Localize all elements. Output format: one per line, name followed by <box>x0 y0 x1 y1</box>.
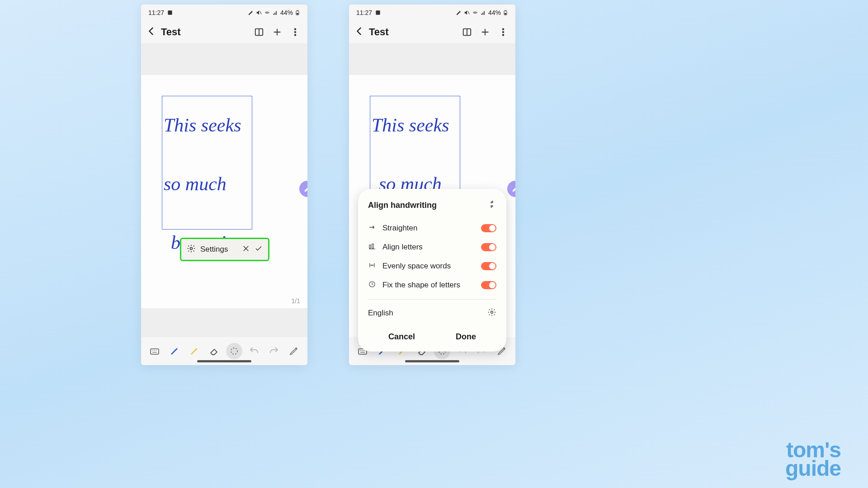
svg-point-10 <box>294 31 296 33</box>
language-row[interactable]: English <box>368 306 496 325</box>
app-header: Test <box>349 21 515 43</box>
svg-rect-25 <box>505 13 506 14</box>
home-indicator[interactable] <box>197 360 251 362</box>
handwriting-line: This seeks <box>164 116 259 135</box>
status-bar: 11:27 44% <box>141 5 307 21</box>
svg-point-39 <box>491 311 493 314</box>
notification-icon <box>375 9 381 16</box>
svg-rect-24 <box>505 10 506 11</box>
svg-rect-0 <box>168 10 172 14</box>
wifi-icon <box>264 9 270 16</box>
confirm-icon[interactable] <box>255 244 263 254</box>
svg-rect-3 <box>297 10 298 11</box>
back-button[interactable] <box>146 26 156 38</box>
align-handwriting-panel: Align handwriting Straighten Align lette… <box>358 189 506 352</box>
option-fix-shape[interactable]: Fix the shape of letters <box>368 276 496 295</box>
status-bar: 11:27 44% <box>349 5 515 21</box>
svg-point-20 <box>231 348 237 354</box>
svg-line-22 <box>468 11 470 14</box>
svg-line-1 <box>260 11 262 14</box>
ai-pen-tool[interactable] <box>286 343 302 359</box>
app-header: Test <box>141 21 307 43</box>
status-time: 11:27 <box>148 9 164 16</box>
pen-tool[interactable] <box>166 343 183 359</box>
more-button[interactable] <box>496 27 510 37</box>
mute-icon <box>256 9 262 16</box>
add-button[interactable] <box>270 27 284 37</box>
collapse-icon[interactable] <box>487 200 496 211</box>
mute-icon <box>464 9 470 16</box>
back-button[interactable] <box>354 26 364 38</box>
battery-icon <box>295 9 300 16</box>
toggle-switch[interactable] <box>481 243 496 251</box>
keyboard-tool[interactable] <box>146 343 163 359</box>
redo-tool[interactable] <box>266 343 282 359</box>
svg-rect-15 <box>151 349 159 354</box>
language-label: English <box>368 309 393 318</box>
sub-header <box>349 43 515 75</box>
page-counter: 1/1 <box>292 297 300 305</box>
reader-mode-button[interactable] <box>460 27 474 37</box>
undo-tool[interactable] <box>246 343 262 359</box>
svg-point-11 <box>294 34 296 36</box>
handwriting-line: This seeks <box>372 116 467 135</box>
eraser-tool[interactable] <box>206 343 222 359</box>
straighten-icon <box>368 223 376 233</box>
svg-rect-4 <box>297 13 298 14</box>
handwriting-line: so much <box>164 174 259 193</box>
svg-point-12 <box>190 248 193 250</box>
page-title: Test <box>369 26 456 38</box>
option-evenly-space[interactable]: Evenly space words <box>368 257 496 276</box>
sub-header <box>141 43 307 75</box>
option-straighten[interactable]: Straighten <box>368 219 496 238</box>
svg-rect-34 <box>372 244 373 249</box>
notification-icon <box>167 9 173 16</box>
toggle-switch[interactable] <box>481 281 496 289</box>
option-label: Align letters <box>382 243 475 252</box>
assistant-floating-button[interactable] <box>507 181 515 197</box>
close-icon[interactable] <box>242 244 250 254</box>
page-title: Test <box>161 26 248 38</box>
signal-icon <box>272 9 278 16</box>
note-canvas[interactable]: This seeks so much better ! Settings 1/ <box>141 75 307 308</box>
svg-point-9 <box>294 28 296 30</box>
panel-divider <box>368 299 496 300</box>
watermark-line2: guide <box>785 460 841 478</box>
fix-shape-icon <box>368 280 376 290</box>
done-button[interactable]: Done <box>447 328 485 346</box>
lasso-tool[interactable] <box>226 343 242 359</box>
space-words-icon <box>368 261 376 271</box>
phone-screenshot-right: 11:27 44% Test <box>349 5 515 365</box>
battery-label: 44% <box>280 9 293 16</box>
stylus-icon <box>456 9 462 16</box>
battery-icon <box>503 9 508 16</box>
gear-icon[interactable] <box>187 244 196 255</box>
align-letters-icon <box>368 242 376 252</box>
toggle-switch[interactable] <box>481 262 496 270</box>
reader-mode-button[interactable] <box>252 27 266 37</box>
gear-icon[interactable] <box>487 308 496 319</box>
battery-label: 44% <box>488 9 501 16</box>
svg-rect-21 <box>376 10 380 14</box>
signal-icon <box>480 9 486 16</box>
assistant-floating-button[interactable] <box>299 181 307 197</box>
note-canvas[interactable]: This seeks so much Align handwriting Str… <box>349 75 515 337</box>
option-label: Evenly space words <box>382 262 475 271</box>
panel-actions: Cancel Done <box>368 325 496 346</box>
highlighter-tool[interactable] <box>186 343 203 359</box>
add-button[interactable] <box>478 27 492 37</box>
cancel-button[interactable]: Cancel <box>379 328 424 346</box>
status-time: 11:27 <box>356 9 372 16</box>
home-indicator[interactable] <box>405 360 459 362</box>
option-align-letters[interactable]: Align letters <box>368 238 496 257</box>
more-button[interactable] <box>288 27 302 37</box>
svg-point-30 <box>502 28 504 30</box>
svg-point-31 <box>502 31 504 33</box>
toolbar-gap <box>141 308 307 337</box>
settings-label[interactable]: Settings <box>200 245 237 254</box>
phone-screenshot-left: 11:27 44% Test <box>141 5 307 365</box>
wifi-icon <box>472 9 478 16</box>
option-label: Straighten <box>382 224 475 233</box>
toggle-switch[interactable] <box>481 224 496 232</box>
watermark-logo: tom's guide <box>785 441 841 478</box>
